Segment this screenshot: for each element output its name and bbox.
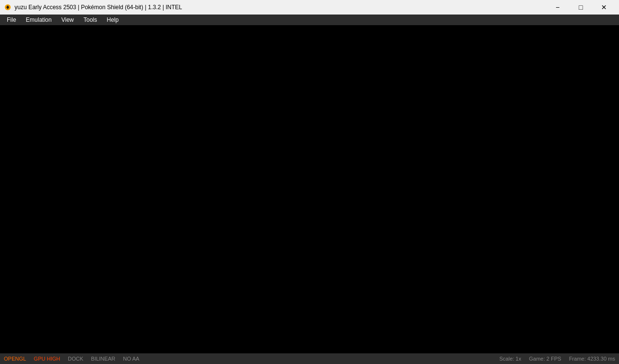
title-bar-left: yuzu Early Access 2503 | Pokémon Shield …	[4, 3, 182, 11]
status-right: Scale: 1xGame: 2 FPSFrame: 4233.30 ms	[499, 356, 615, 362]
window-controls: − □ ✕	[546, 0, 615, 15]
menu-item-view[interactable]: View	[57, 15, 79, 25]
status-dock: DOCK	[68, 356, 83, 362]
game-area	[0, 25, 619, 353]
yuzu-icon	[4, 3, 12, 11]
title-bar: yuzu Early Access 2503 | Pokémon Shield …	[0, 0, 619, 15]
maximize-button[interactable]: □	[570, 0, 592, 15]
status-scale: Scale: 1x	[499, 356, 521, 362]
window-title: yuzu Early Access 2503 | Pokémon Shield …	[15, 4, 182, 11]
menu-item-tools[interactable]: Tools	[79, 15, 102, 25]
close-button[interactable]: ✕	[593, 0, 615, 15]
minimize-button[interactable]: −	[546, 0, 569, 15]
status-fps: Game: 2 FPS	[529, 356, 561, 362]
status-left: OPENGLGPU HIGHDOCKBILINEARNO AA	[4, 356, 139, 362]
menu-bar: FileEmulationViewToolsHelp	[0, 15, 619, 25]
menu-item-file[interactable]: File	[2, 15, 21, 25]
status-frame: Frame: 4233.30 ms	[569, 356, 615, 362]
status-gpu-high: GPU HIGH	[34, 356, 60, 362]
status-opengl: OPENGL	[4, 356, 26, 362]
status-bar: OPENGLGPU HIGHDOCKBILINEARNO AA Scale: 1…	[0, 353, 619, 364]
menu-item-emulation[interactable]: Emulation	[21, 15, 56, 25]
status-bilinear: BILINEAR	[91, 356, 115, 362]
menu-item-help[interactable]: Help	[102, 15, 124, 25]
status-no-aa: NO AA	[123, 356, 139, 362]
